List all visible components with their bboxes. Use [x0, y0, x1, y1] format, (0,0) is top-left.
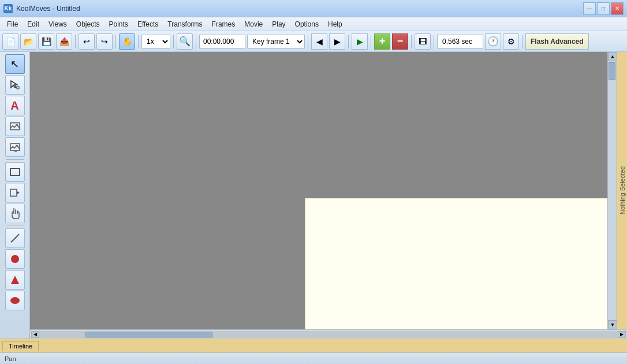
rect-tool-button[interactable]	[5, 162, 25, 182]
title-bar-left: Kk KoolMoves - Untitled	[3, 4, 80, 13]
minimize-button[interactable]: —	[583, 2, 596, 15]
image2-tool-button[interactable]	[5, 137, 25, 157]
v-scroll-thumb[interactable]	[609, 62, 615, 80]
stage-area	[305, 198, 617, 329]
options-button[interactable]: ⚙	[503, 33, 519, 50]
redo-button[interactable]: ↪	[96, 33, 113, 50]
scroll-right-button[interactable]: ▶	[618, 331, 626, 338]
status-bar: Pan	[0, 352, 627, 364]
select-tool-button[interactable]: ↖	[5, 54, 25, 74]
new-button[interactable]: 📄	[2, 33, 18, 50]
toolbar-sep-3	[138, 35, 139, 48]
menu-file[interactable]: File	[2, 17, 23, 31]
menu-edit[interactable]: Edit	[23, 17, 44, 31]
menu-effects[interactable]: Effects	[133, 17, 163, 31]
flash-advanced-button[interactable]: Flash Advanced	[525, 33, 589, 50]
duration-display: 0.563 sec	[437, 35, 483, 48]
prev-button[interactable]: ◀	[311, 33, 327, 50]
tool-sep-1	[6, 159, 24, 160]
svg-rect-8	[10, 189, 17, 196]
undo-button[interactable]: ↩	[79, 33, 95, 50]
text-icon: A	[10, 99, 18, 112]
v-scroll-track	[608, 61, 617, 320]
zoom-select[interactable]: 1x 2x 0.5x	[141, 35, 170, 48]
rect-icon	[10, 167, 20, 177]
menu-points[interactable]: Points	[104, 17, 133, 31]
menu-transforms[interactable]: Transforms	[163, 17, 207, 31]
play-button[interactable]: ▶	[352, 33, 368, 50]
circle-tool-button[interactable]	[5, 249, 25, 269]
export-button[interactable]: 📤	[56, 33, 72, 50]
svg-point-12	[10, 297, 20, 304]
new-icon: 📄	[6, 37, 16, 46]
canvas-row: ▲ ▼ Nothing Selected	[30, 52, 627, 329]
timeline-bar: Timeline	[0, 339, 627, 352]
next-icon: ▶	[334, 37, 341, 46]
subselect-tool-button[interactable]	[5, 75, 25, 95]
remove-frame-button[interactable]: −	[392, 33, 408, 50]
window-title: KoolMoves - Untitled	[16, 5, 80, 13]
menu-options[interactable]: Options	[290, 17, 323, 31]
menu-play[interactable]: Play	[267, 17, 290, 31]
toolbar-sep-1	[75, 35, 76, 48]
canvas-area[interactable]: ▲ ▼	[30, 52, 617, 329]
app-icon: Kk	[3, 4, 13, 13]
save-button[interactable]: 💾	[38, 33, 54, 50]
h-scroll-track	[39, 331, 618, 338]
menu-movie[interactable]: Movie	[240, 17, 267, 31]
menu-objects[interactable]: Objects	[72, 17, 104, 31]
frame-select[interactable]: Key frame 1	[247, 35, 305, 48]
zoom-button[interactable]: 🔍	[177, 33, 193, 50]
vertical-scrollbar[interactable]: ▲ ▼	[607, 52, 617, 329]
zoom-icon: 🔍	[179, 36, 191, 47]
open-button[interactable]: 📂	[20, 33, 36, 50]
svg-rect-1	[17, 87, 19, 89]
text-tool-button[interactable]: A	[5, 96, 25, 115]
menu-bar: File Edit Views Objects Points Effects T…	[0, 17, 627, 31]
scroll-down-button[interactable]: ▼	[608, 320, 617, 329]
toolbar-sep-11	[522, 35, 522, 48]
h-scroll-thumb[interactable]	[85, 332, 212, 337]
pan-tool-button[interactable]: ✋	[119, 33, 135, 50]
circle-icon	[10, 254, 20, 264]
clock-button[interactable]: 🕐	[485, 33, 501, 50]
export-icon: 📤	[59, 37, 69, 46]
scroll-left-icon: ◀	[33, 332, 37, 337]
shape-tool-button[interactable]	[5, 270, 25, 290]
line-tool-button[interactable]	[5, 228, 25, 248]
toolbox: ↖ A	[0, 52, 30, 339]
toolbar-sep-5	[196, 35, 196, 48]
toolbar: 📄 📂 💾 📤 ↩ ↪ ✋ 1x 2x 0.5x 🔍 00:00.000 Key…	[0, 31, 627, 52]
menu-frames[interactable]: Frames	[207, 17, 240, 31]
menu-help[interactable]: Help	[323, 17, 347, 31]
add-icon: +	[379, 35, 386, 47]
hand-tool-button[interactable]	[5, 204, 25, 223]
hand-icon	[10, 208, 20, 219]
scroll-up-button[interactable]: ▲	[608, 52, 617, 61]
toolbar-sep-9	[411, 35, 412, 48]
image-tool-button[interactable]	[5, 117, 25, 136]
svg-point-5	[16, 145, 18, 147]
add-frame-button[interactable]: +	[374, 33, 390, 50]
toolbar-sep-10	[434, 35, 434, 48]
oval-tool-button[interactable]	[5, 291, 25, 310]
timeline-tab[interactable]: Timeline	[2, 341, 39, 351]
next-button[interactable]: ▶	[329, 33, 345, 50]
toolbar-sep-7	[348, 35, 349, 48]
oval-icon	[10, 295, 20, 306]
menu-views[interactable]: Views	[44, 17, 72, 31]
close-button[interactable]: ✕	[611, 2, 624, 15]
video-tool-button[interactable]	[5, 183, 25, 202]
title-bar-buttons: — □ ✕	[583, 2, 624, 15]
maximize-button[interactable]: □	[597, 2, 610, 15]
canvas-wrapper: ▲ ▼ Nothing Selected ◀	[30, 52, 627, 339]
svg-marker-0	[11, 81, 17, 88]
options-icon: ⚙	[507, 37, 515, 46]
svg-point-3	[16, 125, 18, 126]
play-icon: ▶	[357, 37, 363, 46]
scroll-left-button[interactable]: ◀	[31, 331, 39, 338]
svg-point-11	[11, 255, 19, 263]
horizontal-scrollbar[interactable]: ◀ ▶	[30, 329, 627, 339]
nothing-selected-label: Nothing Selected	[617, 52, 627, 329]
filmstrip-button[interactable]: 🎞	[415, 33, 431, 50]
